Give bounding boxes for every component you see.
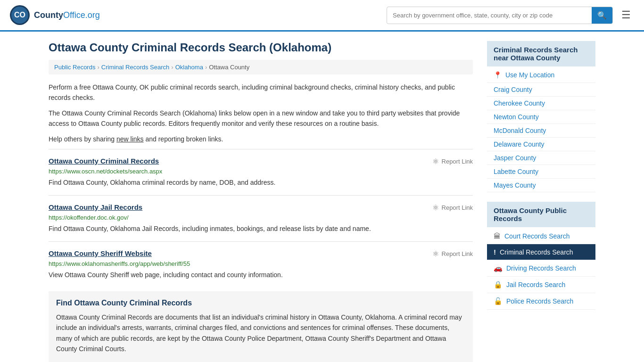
- link-block-2: Ottawa County Sheriff Website ⚛ Report L…: [49, 241, 473, 288]
- driving-records-link[interactable]: Driving Records Search: [506, 264, 576, 272]
- public-records-section: Ottawa County Public Records 🏛 Court Rec…: [487, 202, 595, 310]
- breadcrumb-oklahoma[interactable]: Oklahoma: [175, 64, 203, 71]
- nearby-county-0: Craig County: [487, 83, 595, 97]
- sidebar: Criminal Records Search near Ottawa Coun…: [487, 41, 595, 362]
- link-block-0: Ottawa County Criminal Records ⚛ Report …: [49, 149, 473, 195]
- police-records-link[interactable]: Police Records Search: [506, 297, 573, 305]
- nearby-county-7: Mayes County: [487, 179, 595, 192]
- nearby-county-link-0[interactable]: Craig County: [494, 86, 532, 93]
- public-records-list: 🏛 Court Records Search ! Criminal Record…: [487, 228, 595, 310]
- link-desc-0: Find Ottawa County, Oklahoma criminal re…: [49, 178, 473, 188]
- location-pin-icon: 📍: [494, 71, 502, 79]
- link-url-2: https://www.oklahomasheriffs.org/app/web…: [49, 260, 473, 267]
- breadcrumb-current: Ottawa County: [209, 64, 249, 71]
- nearby-counties-list: Craig County Cherokee County Newton Coun…: [487, 83, 595, 192]
- breadcrumb-public-records[interactable]: Public Records: [54, 64, 95, 71]
- link-2[interactable]: Ottawa County Sheriff Website: [49, 249, 152, 257]
- new-links-link[interactable]: new links: [116, 135, 144, 143]
- pr-item-3: 🔒 Jail Records Search: [487, 277, 595, 293]
- criminal-records-icon: !: [494, 248, 496, 256]
- report-icon-1: ⚛: [432, 203, 439, 212]
- pr-item-2: 🚗 Driving Records Search: [487, 260, 595, 277]
- nearby-county-2: Newton County: [487, 110, 595, 124]
- link-title-1: Ottawa County Jail Records: [49, 203, 142, 211]
- svg-text:CO: CO: [14, 11, 25, 19]
- intro-para-3: Help others by sharing new links and rep…: [49, 134, 473, 144]
- link-url-1: https://okoffender.doc.ok.gov/: [49, 214, 473, 221]
- header-right: 🔍 ☰: [387, 7, 635, 24]
- search-button[interactable]: 🔍: [592, 7, 612, 24]
- link-title-0: Ottawa County Criminal Records: [49, 157, 159, 165]
- nearby-county-link-4[interactable]: Delaware County: [494, 140, 544, 148]
- nearby-county-link-7[interactable]: Mayes County: [494, 181, 536, 189]
- nearby-county-6: Labette County: [487, 165, 595, 179]
- search-bar: 🔍: [387, 7, 613, 24]
- court-records-icon: 🏛: [494, 232, 501, 240]
- nearby-county-link-1[interactable]: Cherokee County: [494, 99, 545, 107]
- nearby-county-3: McDonald County: [487, 124, 595, 138]
- nearby-county-5: Jasper County: [487, 151, 595, 165]
- pr-item-1: ! Criminal Records Search: [487, 244, 595, 260]
- search-input[interactable]: [387, 8, 592, 23]
- public-records-header: Ottawa County Public Records: [487, 202, 595, 227]
- find-section: Find Ottawa County Criminal Records Otta…: [49, 291, 473, 362]
- link-0[interactable]: Ottawa County Criminal Records: [49, 157, 159, 165]
- driving-records-icon: 🚗: [494, 264, 503, 272]
- report-icon-0: ⚛: [432, 157, 439, 166]
- jail-records-icon: 🔒: [494, 280, 503, 289]
- logo-text: CountyOffice.org: [34, 10, 100, 20]
- report-link-2[interactable]: ⚛ Report Link: [432, 249, 473, 258]
- nearby-county-4: Delaware County: [487, 138, 595, 151]
- use-my-location-link[interactable]: Use My Location: [505, 71, 554, 79]
- link-title-2: Ottawa County Sheriff Website: [49, 249, 152, 257]
- jail-records-link[interactable]: Jail Records Search: [506, 281, 565, 288]
- link-desc-2: View Ottawa County Sheriff web page, inc…: [49, 270, 473, 280]
- police-records-icon: 🔓: [494, 297, 503, 305]
- find-section-desc: Ottawa County Criminal Records are docum…: [56, 312, 465, 354]
- criminal-records-link[interactable]: Criminal Records Search: [500, 248, 573, 256]
- nearby-county-link-3[interactable]: McDonald County: [494, 127, 546, 134]
- find-section-title: Find Ottawa County Criminal Records: [56, 299, 465, 307]
- pr-item-4: 🔓 Police Records Search: [487, 293, 595, 310]
- intro-para-1: Perform a free Ottawa County, OK public …: [49, 82, 473, 103]
- nearby-section: Criminal Records Search near Ottawa Coun…: [487, 41, 595, 192]
- breadcrumb-criminal-records-search[interactable]: Criminal Records Search: [101, 64, 170, 71]
- page-title: Ottawa County Criminal Records Search (O…: [49, 41, 473, 54]
- nearby-county-link-2[interactable]: Newton County: [494, 113, 539, 121]
- logo-area: CO CountyOffice.org: [9, 5, 100, 25]
- link-desc-1: Find Ottawa County, Oklahoma Jail Record…: [49, 224, 473, 234]
- report-icon-2: ⚛: [432, 249, 439, 258]
- nearby-county-1: Cherokee County: [487, 97, 595, 110]
- content-area: Ottawa County Criminal Records Search (O…: [49, 41, 473, 362]
- pr-item-0: 🏛 Court Records Search: [487, 228, 595, 244]
- link-url-0: https://www.oscn.net/dockets/search.aspx: [49, 168, 473, 175]
- link-block-1: Ottawa County Jail Records ⚛ Report Link…: [49, 195, 473, 241]
- court-records-link[interactable]: Court Records Search: [504, 232, 570, 240]
- intro-para-2: The Ottawa County Criminal Records Searc…: [49, 108, 473, 129]
- main-container: Ottawa County Criminal Records Search (O…: [39, 32, 605, 362]
- hamburger-menu-button[interactable]: ☰: [618, 7, 635, 23]
- report-link-1[interactable]: ⚛ Report Link: [432, 203, 473, 212]
- nearby-header: Criminal Records Search near Ottawa Coun…: [487, 41, 595, 66]
- nearby-county-link-5[interactable]: Jasper County: [494, 154, 536, 162]
- report-link-0[interactable]: ⚛ Report Link: [432, 157, 473, 166]
- site-logo-icon: CO: [9, 5, 30, 25]
- breadcrumb: Public Records › Criminal Records Search…: [49, 60, 473, 74]
- link-1[interactable]: Ottawa County Jail Records: [49, 203, 142, 211]
- use-location: 📍 Use My Location: [487, 67, 595, 83]
- site-header: CO CountyOffice.org 🔍 ☰: [0, 0, 644, 32]
- nearby-county-link-6[interactable]: Labette County: [494, 168, 538, 175]
